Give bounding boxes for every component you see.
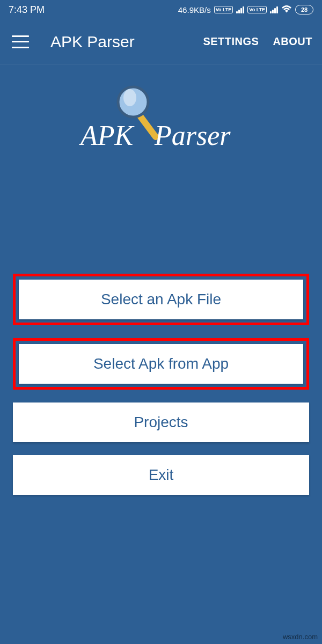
logo-text-parser: Parser bbox=[154, 120, 231, 151]
highlight-select-from-app: Select Apk from App bbox=[13, 338, 309, 390]
row-projects: Projects bbox=[13, 402, 309, 442]
volte-icon-1: Vo LTE bbox=[214, 6, 233, 13]
wifi-icon bbox=[281, 5, 292, 15]
status-bar: 7:43 PM 46.9KB/s Vo LTE Vo LTE 28 bbox=[0, 0, 322, 19]
svg-line-0 bbox=[138, 114, 156, 137]
svg-point-2 bbox=[123, 89, 136, 106]
exit-button[interactable]: Exit bbox=[13, 455, 309, 495]
app-bar: APK Parser SETTINGS ABOUT bbox=[0, 19, 322, 64]
main-button-column: Select an Apk File Select Apk from App P… bbox=[13, 274, 309, 495]
status-right-cluster: 46.9KB/s Vo LTE Vo LTE 28 bbox=[178, 5, 313, 15]
highlight-select-file: Select an Apk File bbox=[13, 274, 309, 325]
logo-text-apk: APK bbox=[79, 120, 135, 151]
battery-icon: 28 bbox=[295, 5, 313, 14]
select-apk-file-button[interactable]: Select an Apk File bbox=[19, 280, 303, 319]
status-time: 7:43 PM bbox=[9, 4, 178, 16]
select-apk-from-app-button[interactable]: Select Apk from App bbox=[19, 344, 303, 384]
appbar-actions: SETTINGS ABOUT bbox=[203, 35, 312, 48]
signal-icon-2 bbox=[270, 6, 278, 13]
app-title: APK Parser bbox=[50, 33, 203, 51]
about-button[interactable]: ABOUT bbox=[273, 35, 312, 48]
volte-icon-2: Vo LTE bbox=[247, 6, 267, 13]
watermark: wsxdn.com bbox=[283, 633, 318, 641]
status-net-speed: 46.9KB/s bbox=[178, 5, 211, 14]
row-exit: Exit bbox=[13, 455, 309, 495]
settings-button[interactable]: SETTINGS bbox=[203, 35, 259, 48]
hamburger-menu-icon[interactable] bbox=[12, 35, 29, 48]
projects-button[interactable]: Projects bbox=[13, 402, 309, 442]
signal-icon-1 bbox=[236, 6, 244, 13]
app-logo: APK Parser bbox=[0, 75, 322, 166]
